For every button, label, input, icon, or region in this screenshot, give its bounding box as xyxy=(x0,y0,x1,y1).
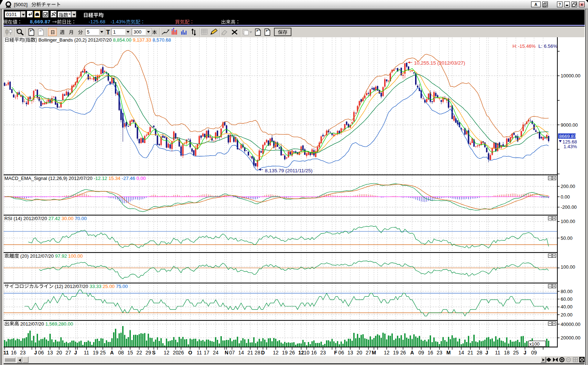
svg-text:14: 14 xyxy=(238,350,244,356)
svg-text:10000.00: 10000.00 xyxy=(561,73,580,78)
svg-text:100.00: 100.00 xyxy=(561,219,575,224)
svg-text:07: 07 xyxy=(229,350,235,356)
svg-text:8669.87: 8669.87 xyxy=(559,134,576,139)
svg-text:2012/07/20 1,569,280.00: 2012/07/20 1,569,280.00 xyxy=(20,321,73,327)
svg-text:x100: x100 xyxy=(529,341,539,347)
svg-text:23: 23 xyxy=(437,350,442,356)
svg-text:F: F xyxy=(334,350,337,356)
svg-text:20: 20 xyxy=(173,350,179,356)
svg-text:20.00: 20.00 xyxy=(561,312,573,318)
svg-text:16: 16 xyxy=(11,350,17,356)
svg-text:27: 27 xyxy=(65,350,71,356)
svg-text:27: 27 xyxy=(365,350,371,356)
svg-text:18: 18 xyxy=(504,350,510,356)
svg-text:12: 12 xyxy=(164,350,170,356)
svg-text:28: 28 xyxy=(255,350,260,356)
svg-text:25: 25 xyxy=(513,350,519,356)
svg-text:09: 09 xyxy=(418,350,424,356)
svg-text:20000.00: 20000.00 xyxy=(561,335,580,341)
svg-text:J: J xyxy=(34,350,37,356)
svg-text:13: 13 xyxy=(348,350,353,356)
svg-text:26: 26 xyxy=(178,350,184,356)
svg-text:21: 21 xyxy=(247,350,253,356)
svg-text:H:: H: xyxy=(512,43,517,49)
svg-text:19: 19 xyxy=(393,350,399,356)
svg-text:15: 15 xyxy=(127,350,133,356)
svg-text:(20) 2012/07/20 97.92 100.00: (20) 2012/07/20 97.92 100.00 xyxy=(20,253,83,259)
svg-text:L:: L: xyxy=(538,43,542,49)
svg-text:09: 09 xyxy=(531,350,537,356)
svg-text:8,135.79 (2011/11/25): 8,135.79 (2011/11/25) xyxy=(265,168,313,173)
svg-text:9000.00: 9000.00 xyxy=(561,122,578,128)
svg-text:24: 24 xyxy=(213,350,218,356)
svg-text:O: O xyxy=(188,350,192,356)
svg-text:06: 06 xyxy=(38,350,44,356)
svg-text:M: M xyxy=(372,350,376,356)
svg-text:08: 08 xyxy=(118,350,124,356)
svg-text:MACD_EMA_Signal (12,26,9) 2012: MACD_EMA_Signal (12,26,9) 2012/07/20 -12… xyxy=(4,176,146,181)
svg-text:-15.46%: -15.46% xyxy=(518,43,536,49)
svg-text:21: 21 xyxy=(468,350,473,356)
svg-text:12: 12 xyxy=(273,350,279,356)
svg-text:20: 20 xyxy=(357,350,363,356)
svg-text:200.00: 200.00 xyxy=(561,184,575,189)
svg-text:J: J xyxy=(486,350,488,356)
svg-text:(12) 2012/07/20 33.33 25.00 75: (12) 2012/07/20 33.33 25.00 75.00 xyxy=(55,284,128,289)
svg-text:10,255.15 (2012/03/27): 10,255.15 (2012/03/27) xyxy=(414,60,465,66)
svg-text:23: 23 xyxy=(320,350,326,356)
svg-text:6.56%: 6.56% xyxy=(544,43,557,49)
svg-text:11: 11 xyxy=(84,350,89,356)
svg-text:29: 29 xyxy=(146,350,151,356)
svg-text:A: A xyxy=(410,350,414,356)
svg-text:100.00: 100.00 xyxy=(561,264,575,270)
svg-text:26: 26 xyxy=(400,350,406,356)
svg-text:80.00: 80.00 xyxy=(561,289,573,294)
svg-text:J: J xyxy=(74,350,77,356)
svg-text:S: S xyxy=(152,350,155,356)
svg-text:23: 23 xyxy=(20,350,26,356)
svg-text:Bollinger_Bands (20,2) 2012/07: Bollinger_Bands (20,2) 2012/07/20 8,854.… xyxy=(38,37,171,43)
svg-text:12: 12 xyxy=(384,350,390,356)
svg-text:0.00: 0.00 xyxy=(561,194,570,200)
svg-text:19: 19 xyxy=(93,350,98,356)
svg-text:14: 14 xyxy=(459,350,464,356)
svg-text:1.43%: 1.43% xyxy=(564,144,577,149)
svg-text:13: 13 xyxy=(47,350,53,356)
svg-text:60.00: 60.00 xyxy=(561,296,573,302)
svg-text:10: 10 xyxy=(304,350,310,356)
svg-text:12: 12 xyxy=(298,350,304,356)
svg-text:50.00: 50.00 xyxy=(561,235,573,241)
svg-text:20: 20 xyxy=(56,350,62,356)
svg-text:16: 16 xyxy=(428,350,433,356)
svg-text:RSI (14) 2012/07/20 27.42 30.0: RSI (14) 2012/07/20 27.42 30.00 70.00 xyxy=(4,216,87,221)
svg-text:17: 17 xyxy=(204,350,210,356)
svg-text:40000.00: 40000.00 xyxy=(561,322,580,327)
svg-text:19: 19 xyxy=(282,350,288,356)
svg-text:28: 28 xyxy=(477,350,483,356)
svg-text:M: M xyxy=(446,350,451,356)
svg-text:11: 11 xyxy=(495,350,500,356)
svg-text:A: A xyxy=(110,350,114,356)
svg-text:26: 26 xyxy=(289,350,295,356)
svg-text:J: J xyxy=(523,350,526,356)
svg-text:11: 11 xyxy=(197,350,202,356)
svg-text:40.00: 40.00 xyxy=(561,304,573,310)
svg-text:-200.00: -200.00 xyxy=(561,204,577,210)
svg-text:06: 06 xyxy=(339,350,344,356)
svg-text:D: D xyxy=(261,350,265,356)
svg-text:16: 16 xyxy=(311,350,317,356)
svg-text:N: N xyxy=(225,350,228,356)
svg-text:25: 25 xyxy=(100,350,106,356)
svg-text:22: 22 xyxy=(136,350,142,356)
svg-text:11: 11 xyxy=(3,350,9,356)
